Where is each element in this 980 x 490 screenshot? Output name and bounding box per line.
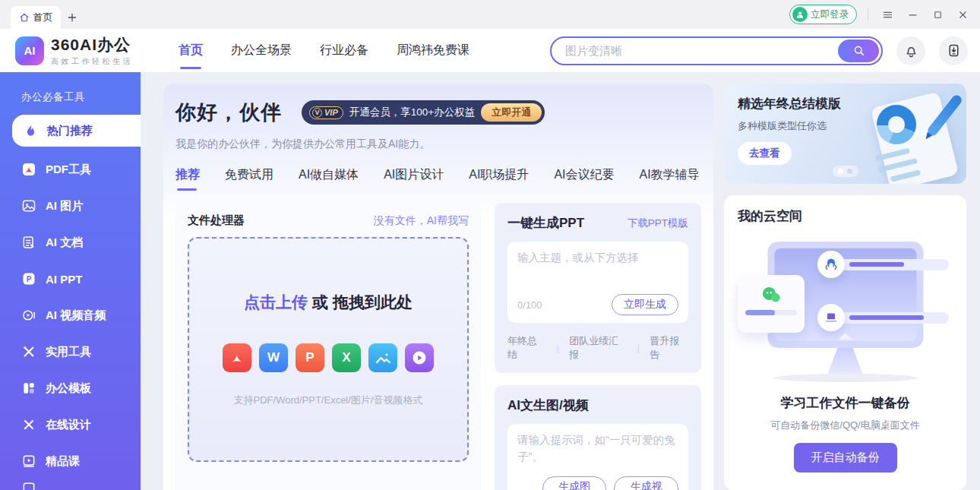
upload-dropzone[interactable]: 点击上传或 拖拽到此处 W P X — [188, 237, 469, 462]
backup-progress-bar — [745, 310, 797, 315]
word-file-icon: W — [259, 343, 288, 372]
plus-icon — [67, 12, 77, 23]
sidebar-item-label: 办公模板 — [46, 381, 91, 396]
upload-click-text[interactable]: 点击上传 — [244, 293, 308, 311]
brand-box: 360AI办公 高效工作轻松生活 — [51, 34, 133, 67]
sidebar-item-ai-ppt[interactable]: P AI PPT — [0, 261, 141, 297]
generate-ppt-button[interactable]: 立即生成 — [612, 294, 678, 315]
enable-auto-backup-button[interactable]: 开启自动备份 — [794, 443, 897, 473]
download-ppt-template-link[interactable]: 下载PPT模版 — [628, 217, 688, 230]
file-processor-title: 文件处理器 — [188, 213, 245, 228]
cloud-headline: 学习工作文件一键备份 — [738, 394, 953, 412]
sidebar-item-ai-doc[interactable]: AI 文档 — [0, 224, 141, 261]
notifications-button[interactable] — [896, 36, 925, 65]
cloud-space-card: 我的云空间 — [724, 195, 966, 490]
greeting-subtitle: 我是你的办公伙伴，为你提供办公常用工具及AI能力。 — [175, 138, 701, 151]
image-file-icon — [368, 343, 397, 372]
sidebar-item-label: AI 图片 — [46, 199, 83, 213]
backup-progress-bar — [839, 312, 949, 324]
vip-badge: V VIP — [309, 106, 343, 119]
sidebar-item-label: PDF工具 — [46, 163, 91, 177]
generate-image-button[interactable]: 生成图片 — [542, 476, 607, 490]
sidebar-item-partial[interactable] — [0, 481, 141, 490]
menu-icon — [882, 9, 893, 21]
nav-item-all-scenarios[interactable]: 办公全场景 — [231, 38, 292, 63]
sidebar-item-label: 热门推荐 — [47, 124, 93, 138]
office-template-icon — [21, 381, 36, 396]
premium-course-icon — [21, 454, 36, 469]
download-client-button[interactable] — [939, 36, 968, 65]
desktop-icon — [817, 304, 845, 331]
new-tab-button[interactable] — [61, 6, 84, 29]
app-window: 首页 立即登录 — [0, 0, 980, 490]
ppt-topic-input[interactable] — [517, 250, 678, 289]
ai-write-link[interactable]: 没有文件，AI帮我写 — [374, 214, 469, 228]
minimize-button[interactable] — [904, 6, 921, 23]
ppt-char-counter: 0/100 — [517, 299, 542, 311]
t2i-prompt-input[interactable] — [517, 432, 678, 472]
main-nav: 首页 办公全场景 行业必备 周鸿祎免费课 — [179, 38, 469, 63]
tab-meeting-notes[interactable]: AI会议纪要 — [554, 167, 614, 191]
ai-video-audio-icon — [21, 308, 36, 323]
utility-tools-icon — [21, 344, 36, 359]
sidebar-item-online-design[interactable]: 在线设计 — [0, 406, 141, 443]
carousel-dot[interactable] — [847, 169, 852, 174]
template-illustration — [865, 94, 956, 178]
sidebar-item-label: 精品课 — [46, 454, 80, 469]
promo-view-button[interactable]: 去查看 — [738, 142, 792, 165]
tab-teaching[interactable]: AI教学辅导 — [640, 167, 700, 191]
ppt-topic-input-box: 0/100 立即生成 — [507, 242, 688, 323]
vip-banner[interactable]: V VIP 开通会员，享100+办公权益 立即开通 — [302, 100, 545, 125]
sidebar-item-premium-course[interactable]: 精品课 — [0, 443, 141, 479]
carousel-dots[interactable] — [833, 166, 858, 177]
sidebar-item-label: AI 文档 — [46, 236, 83, 250]
search-button[interactable] — [838, 40, 879, 62]
sidebar-item-ai-image[interactable]: AI 图片 — [0, 188, 141, 224]
online-design-icon — [21, 417, 36, 432]
sidebar-item-ai-video-audio[interactable]: AI 视频音频 — [0, 297, 141, 334]
app-logo: AI — [15, 36, 44, 65]
generate-video-button[interactable]: 生成视频 — [614, 476, 678, 490]
sidebar-item-label: 在线设计 — [46, 418, 91, 432]
search-input[interactable] — [552, 44, 838, 57]
file-processor-card: 文件处理器 没有文件，AI帮我写 点击上传或 拖拽到此处 W — [175, 203, 481, 490]
nav-item-home[interactable]: 首页 — [179, 38, 203, 63]
vip-open-button[interactable]: 立即开通 — [481, 103, 542, 122]
titlebar-divider — [868, 8, 868, 21]
tab-self-media[interactable]: AI做自媒体 — [299, 167, 359, 191]
qq-icon — [817, 251, 845, 278]
cloud-subtitle: 可自动备份微信/QQ/电脑桌面文件 — [738, 419, 953, 432]
cloud-backup-illustration — [738, 228, 953, 384]
sidebar-item-hot[interactable]: 热门推荐 — [12, 115, 141, 147]
ppt-tag[interactable]: 团队业绩汇报 — [569, 334, 627, 362]
carousel-dot-active[interactable] — [838, 169, 843, 174]
backup-progress-bar — [839, 259, 949, 270]
tab-recommend[interactable]: 推荐 — [175, 167, 200, 191]
sidebar-item-pdf[interactable]: PDF工具 — [0, 151, 141, 188]
header: AI 360AI办公 高效工作轻松生活 首页 办公全场景 行业必备 周鸿祎免费课 — [0, 29, 980, 72]
sidebar-item-label: 实用工具 — [46, 345, 91, 359]
menu-button[interactable] — [879, 6, 896, 23]
tab-career[interactable]: AI职场提升 — [469, 167, 529, 191]
maximize-button[interactable] — [929, 6, 946, 23]
brand-slogan: 高效工作轻松生活 — [51, 56, 133, 67]
login-button[interactable]: 立即登录 — [789, 5, 857, 24]
close-button[interactable] — [954, 6, 971, 23]
bell-icon — [903, 43, 919, 58]
sidebar-item-utility-tools[interactable]: 实用工具 — [0, 334, 141, 370]
search-icon — [852, 44, 865, 57]
nav-item-industry[interactable]: 行业必备 — [320, 38, 368, 63]
ppt-tag[interactable]: 年终总结 — [507, 334, 545, 362]
greeting-title: 你好，伙伴 — [175, 99, 282, 126]
tab-image-design[interactable]: AI图片设计 — [384, 167, 444, 191]
nav-item-free-course[interactable]: 周鸿祎免费课 — [397, 38, 469, 63]
user-avatar-icon — [792, 7, 808, 22]
ppt-tag[interactable]: 晋升报告 — [650, 334, 688, 362]
home-tab[interactable]: 首页 — [11, 6, 61, 29]
cloud-title: 我的云空间 — [738, 207, 953, 225]
main-area: 你好，伙伴 V VIP 开通会员，享100+办公权益 立即开通 我是你的办公伙伴… — [141, 72, 980, 490]
tab-free-trial[interactable]: 免费试用 — [225, 167, 273, 191]
minimize-icon — [907, 9, 918, 21]
flame-icon — [23, 123, 38, 138]
sidebar-item-office-template[interactable]: 办公模板 — [0, 370, 141, 406]
